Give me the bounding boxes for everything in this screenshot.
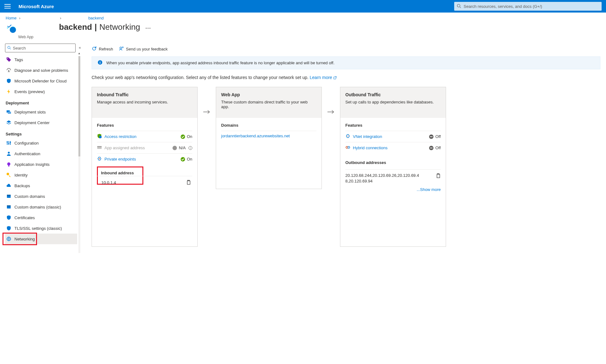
svg-line-1 (460, 7, 461, 8)
toolbar: Refresh Send us your feedback (92, 44, 600, 56)
key-icon (6, 172, 11, 177)
card-title: Inbound Traffic (97, 92, 192, 97)
domain-link[interactable]: jordanntierbackend.azurewebsites.net (221, 131, 316, 141)
search-placeholder: Search resources, services, and docs (G+… (464, 4, 542, 9)
shield-icon (6, 78, 11, 83)
sidebar-item-tls-ssl[interactable]: TLS/SSL settings (classic) (5, 223, 77, 234)
inbound-address-value: 10.0.1.4 (101, 180, 116, 185)
more-menu-icon[interactable]: ⋯ (145, 24, 151, 31)
outbound-traffic-card: Outbound Traffic Set up calls to app dep… (340, 87, 446, 247)
hamburger-icon[interactable] (4, 4, 11, 8)
feedback-button[interactable]: Send us your feedback (119, 46, 168, 52)
svg-point-31 (99, 158, 100, 159)
sidebar-item-configuration[interactable]: Configuration (5, 138, 77, 148)
svg-point-4 (8, 46, 10, 49)
inbound-traffic-card: Inbound Traffic Manage access and incomi… (92, 87, 198, 247)
feature-hybrid-connections[interactable]: Hybrid connections Off (345, 142, 441, 153)
diagnose-icon (6, 68, 11, 73)
sidebar-item-backups[interactable]: Backups (5, 180, 77, 191)
card-title: Outbound Traffic (345, 92, 441, 97)
svg-rect-20 (7, 195, 11, 196)
sidebar-item-deployment-center[interactable]: Deployment Center (5, 117, 77, 128)
collapse-sidebar-icon[interactable]: « (79, 45, 81, 50)
card-title: Web App (221, 92, 316, 97)
svg-point-14 (10, 142, 11, 143)
info-icon[interactable]: i (189, 146, 192, 150)
intro-text: Check your web app's networking configur… (92, 75, 600, 80)
outbound-address-label: Outbound addresses (345, 160, 441, 165)
svg-point-6 (7, 58, 8, 59)
sidebar-item-certificates[interactable]: Certificates (5, 212, 77, 223)
sidebar-item-networking[interactable]: Networking (5, 234, 77, 244)
sidebar-item-custom-domains[interactable]: Custom domains (5, 191, 77, 202)
feedback-icon (119, 46, 124, 52)
webapp-icon (6, 23, 17, 34)
sidebar-item-events[interactable]: Events (preview) (5, 86, 77, 97)
page-title-section: Networking (99, 22, 140, 32)
global-search-input[interactable]: Search resources, services, and docs (G+… (454, 2, 602, 11)
tag-icon (6, 57, 11, 62)
svg-point-28 (99, 136, 102, 138)
sidebar-item-deployment-slots[interactable]: Deployment slots (5, 107, 77, 117)
svg-rect-32 (187, 181, 190, 184)
refresh-button[interactable]: Refresh (92, 46, 113, 52)
copy-icon[interactable] (436, 173, 441, 179)
svg-rect-38 (437, 174, 440, 178)
status-off-icon (429, 135, 433, 139)
bulb-icon (6, 162, 11, 167)
svg-point-23 (7, 237, 11, 241)
brand-label: Microsoft Azure (19, 4, 54, 9)
sidebar-group-settings: Settings (6, 132, 77, 136)
svg-point-36 (346, 146, 348, 148)
sidebar-search-input[interactable]: Search (5, 44, 76, 52)
sidebar-group-deployment: Deployment (6, 101, 77, 105)
info-banner: When you enable private endpoints, app a… (92, 56, 600, 69)
card-subtitle: Manage access and incoming services. (97, 100, 192, 104)
endpoint-icon (97, 156, 102, 162)
svg-point-27 (100, 61, 100, 62)
features-label: Features (345, 123, 441, 128)
main-content: Refresh Send us your feedback When you e… (80, 44, 606, 253)
arrow-right-icon (327, 87, 334, 137)
card-subtitle: Set up calls to app dependencies like da… (345, 100, 441, 104)
info-icon (98, 60, 103, 66)
cloud-icon (6, 183, 11, 188)
address-icon (97, 145, 102, 151)
feature-access-restriction[interactable]: Access restriction On (97, 131, 192, 142)
svg-point-37 (348, 146, 350, 148)
feature-vnet-integration[interactable]: VNet integration Off (345, 131, 441, 142)
sidebar-item-diagnose[interactable]: Diagnose and solve problems (5, 65, 77, 76)
svg-rect-22 (7, 205, 11, 206)
card-subtitle: These custom domains direct traffic to y… (221, 100, 316, 109)
svg-line-5 (10, 48, 11, 49)
svg-point-18 (7, 173, 9, 175)
sidebar-item-custom-domains-classic[interactable]: Custom domains (classic) (5, 202, 77, 212)
arrow-right-icon (203, 87, 210, 137)
banner-text: When you enable private endpoints, app a… (106, 61, 334, 65)
domain-icon (6, 204, 11, 209)
show-more-link[interactable]: ...Show more (417, 187, 441, 192)
sidebar-item-identity[interactable]: Identity (5, 170, 77, 180)
feature-app-assigned-address: App assigned address N/Ai (97, 142, 192, 153)
copy-icon[interactable] (186, 179, 191, 186)
svg-point-0 (457, 4, 460, 7)
status-on-icon (181, 157, 185, 161)
sidebar-item-tags[interactable]: Tags (5, 54, 77, 65)
status-on-icon (181, 135, 185, 139)
person-icon (6, 151, 11, 156)
sidebar-item-defender[interactable]: Microsoft Defender for Cloud (5, 76, 77, 86)
status-na-icon (173, 146, 177, 150)
learn-more-link[interactable]: Learn more (310, 75, 336, 80)
sidebar-search-placeholder: Search (13, 46, 26, 50)
shield-icon (6, 226, 11, 231)
page-title-resource: backend (59, 22, 92, 32)
sidebar-scrollbar[interactable]: ▲ (78, 56, 80, 253)
shield-icon (97, 134, 102, 140)
lightning-icon (6, 89, 11, 94)
feature-private-endpoints[interactable]: Private endpoints On (97, 153, 192, 165)
crumb-home[interactable]: Home (6, 16, 17, 20)
crumb-backend[interactable]: backend (88, 16, 104, 20)
svg-point-13 (8, 143, 9, 144)
sidebar-item-insights[interactable]: Application Insights (5, 159, 77, 170)
sidebar-item-authentication[interactable]: Authentication (5, 148, 77, 159)
